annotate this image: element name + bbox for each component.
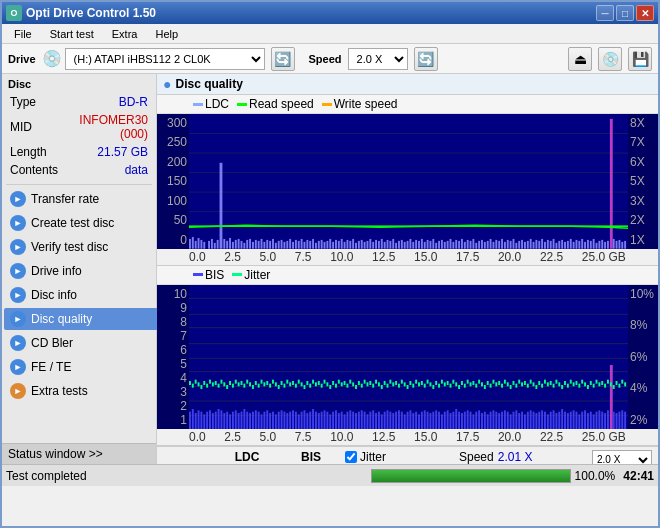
svg-rect-470 xyxy=(618,383,620,387)
svg-rect-417 xyxy=(467,379,469,383)
svg-rect-315 xyxy=(613,411,615,428)
svg-rect-303 xyxy=(578,414,580,429)
sidebar-item-create-test-disc[interactable]: ► Create test disc xyxy=(4,212,158,234)
svg-rect-200 xyxy=(283,411,285,428)
svg-rect-447 xyxy=(553,383,555,387)
svg-rect-176 xyxy=(215,411,217,428)
svg-rect-77 xyxy=(395,243,397,249)
stats-area: LDC BIS Jitter Speed 2.01 X Avg 2.21 0.0… xyxy=(157,446,658,464)
sidebar-item-verify-test-disc[interactable]: ► Verify test disc xyxy=(4,236,158,258)
svg-rect-204 xyxy=(295,411,297,428)
sidebar-item-fe-te[interactable]: ► FE / TE xyxy=(4,356,158,378)
jitter-legend-label: Jitter xyxy=(244,268,270,282)
svg-rect-399 xyxy=(415,379,417,383)
svg-rect-270 xyxy=(484,411,486,428)
svg-rect-282 xyxy=(518,413,520,429)
sidebar-item-transfer-rate[interactable]: ► Transfer rate xyxy=(4,188,158,210)
svg-rect-180 xyxy=(226,411,228,428)
svg-rect-211 xyxy=(315,411,317,428)
start-area: 2.0 X Start xyxy=(584,450,652,464)
sidebar-item-extra-tests[interactable]: ► Extra tests xyxy=(4,380,158,402)
sidebar-item-disc-quality[interactable]: ► Disc quality xyxy=(4,308,158,330)
speed-label: Speed xyxy=(459,450,494,464)
svg-rect-401 xyxy=(421,381,423,385)
svg-rect-243 xyxy=(407,411,409,428)
read-speed-legend-label: Read speed xyxy=(249,97,314,111)
svg-rect-39 xyxy=(286,241,288,249)
sidebar-item-cd-bler[interactable]: ► CD Bler xyxy=(4,332,158,354)
svg-rect-92 xyxy=(438,241,440,249)
svg-rect-125 xyxy=(533,242,535,249)
svg-rect-229 xyxy=(367,414,369,429)
svg-rect-114 xyxy=(501,239,503,249)
svg-rect-424 xyxy=(487,381,489,385)
disc-button[interactable]: 💿 xyxy=(598,47,622,71)
svg-rect-48 xyxy=(312,239,314,249)
svg-rect-300 xyxy=(570,411,572,428)
svg-rect-405 xyxy=(432,385,434,389)
speed-refresh-button[interactable]: 🔄 xyxy=(414,47,438,71)
svg-rect-227 xyxy=(361,410,363,429)
refresh-button[interactable]: 🔄 xyxy=(271,47,295,71)
jitter-checkbox[interactable] xyxy=(345,451,357,463)
maximize-button[interactable]: □ xyxy=(616,5,634,21)
menu-help[interactable]: Help xyxy=(147,27,186,41)
svg-rect-123 xyxy=(527,241,529,249)
menu-extra[interactable]: Extra xyxy=(104,27,146,41)
sidebar-item-drive-info[interactable]: ► Drive info xyxy=(4,260,158,282)
svg-rect-334 xyxy=(229,381,231,385)
svg-rect-352 xyxy=(281,381,283,385)
legend-ldc: LDC xyxy=(193,97,229,111)
progress-percent: 100.0% xyxy=(575,469,616,483)
stats-speed-dropdown[interactable]: 2.0 X xyxy=(592,450,652,464)
svg-rect-289 xyxy=(538,411,540,428)
svg-rect-261 xyxy=(458,411,460,428)
menu-file[interactable]: File xyxy=(6,27,40,41)
drive-select[interactable]: (H:) ATAPI iHBS112 2 CL0K xyxy=(65,48,265,70)
svg-rect-100 xyxy=(461,239,463,249)
eject-button[interactable]: ⏏ xyxy=(568,47,592,71)
svg-rect-233 xyxy=(378,411,380,428)
svg-rect-248 xyxy=(421,411,423,428)
svg-rect-169 xyxy=(195,413,197,429)
svg-rect-368 xyxy=(326,382,328,386)
svg-rect-21 xyxy=(235,240,237,249)
svg-rect-429 xyxy=(501,383,503,387)
svg-rect-286 xyxy=(530,410,532,429)
svg-rect-127 xyxy=(538,241,540,249)
app-title: Opti Drive Control 1.50 xyxy=(26,6,156,20)
svg-rect-348 xyxy=(269,383,271,387)
minimize-button[interactable]: ─ xyxy=(596,5,614,21)
progress-fill xyxy=(372,470,570,482)
svg-rect-75 xyxy=(389,241,391,249)
jitter-label: Jitter xyxy=(360,450,386,464)
svg-rect-137 xyxy=(567,241,569,249)
close-button[interactable]: ✕ xyxy=(636,5,654,21)
svg-rect-422 xyxy=(481,382,483,386)
svg-rect-74 xyxy=(387,240,389,249)
write-speed-legend-dot xyxy=(322,103,332,106)
svg-rect-171 xyxy=(200,411,202,428)
svg-rect-292 xyxy=(547,414,549,429)
jitter-legend-dot xyxy=(232,273,242,276)
sidebar-item-disc-info[interactable]: ► Disc info xyxy=(4,284,158,306)
svg-rect-131 xyxy=(550,241,552,249)
svg-rect-364 xyxy=(315,382,317,386)
svg-rect-81 xyxy=(407,241,409,249)
svg-rect-236 xyxy=(387,410,389,429)
drive-label: Drive xyxy=(8,53,36,65)
svg-rect-29 xyxy=(258,241,260,249)
speed-select[interactable]: 2.0 X xyxy=(348,48,408,70)
title-bar: O Opti Drive Control 1.50 ─ □ ✕ xyxy=(2,2,658,24)
svg-rect-175 xyxy=(212,413,214,429)
menu-start-test[interactable]: Start test xyxy=(42,27,102,41)
svg-rect-8 xyxy=(195,241,197,249)
svg-rect-20 xyxy=(232,242,234,249)
svg-rect-241 xyxy=(401,411,403,428)
status-window-button[interactable]: Status window >> xyxy=(2,443,156,464)
svg-rect-280 xyxy=(513,411,515,428)
svg-rect-108 xyxy=(484,242,486,249)
save-button[interactable]: 💾 xyxy=(628,47,652,71)
svg-rect-382 xyxy=(367,382,369,386)
svg-rect-459 xyxy=(587,385,589,389)
